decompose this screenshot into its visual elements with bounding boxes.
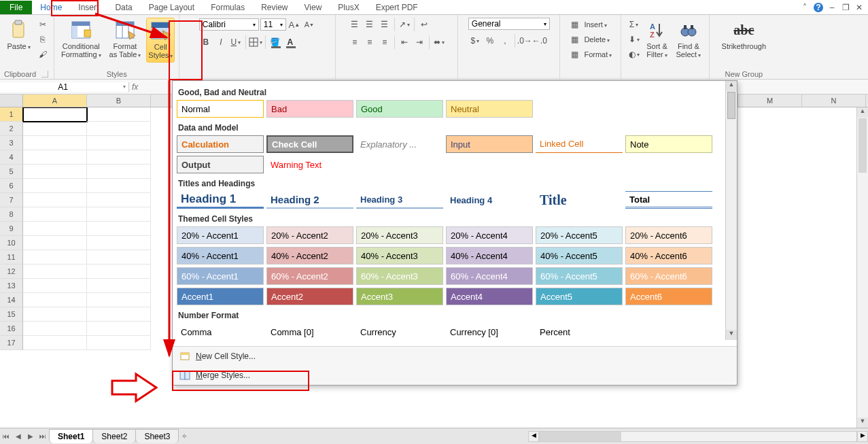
cell[interactable] (23, 322, 87, 336)
sort-filter-button[interactable]: AZ Sort & Filter (644, 18, 671, 61)
row-header-3[interactable]: 3 (0, 136, 23, 150)
insert-cells-icon[interactable]: ▦ (568, 18, 581, 31)
cell[interactable] (87, 107, 151, 122)
name-box[interactable]: ▾ (0, 82, 129, 92)
style-currency[interactable]: Currency (356, 323, 443, 341)
cell[interactable] (87, 122, 151, 136)
grow-font-icon[interactable]: A▲ (288, 18, 301, 31)
style-percent[interactable]: Percent (536, 323, 623, 341)
row-header-14[interactable]: 14 (0, 293, 23, 307)
style-neutral[interactable]: Neutral (446, 100, 533, 118)
style-60-accent3[interactable]: 60% - Accent3 (356, 267, 443, 285)
scroll-down-icon[interactable]: ▼ (857, 417, 868, 428)
bold-icon[interactable]: B (199, 35, 213, 49)
style-bad[interactable]: Bad (266, 100, 353, 118)
style-input[interactable]: Input (446, 135, 533, 153)
cell[interactable] (87, 293, 151, 307)
hscroll-thumb[interactable] (540, 432, 621, 441)
row-header-10[interactable]: 10 (0, 236, 23, 250)
cell[interactable] (23, 150, 87, 165)
style-60-accent5[interactable]: 60% - Accent5 (536, 267, 623, 285)
align-middle-icon[interactable]: ☰ (363, 18, 377, 31)
style-20-accent2[interactable]: 20% - Accent2 (266, 226, 353, 244)
cell[interactable] (23, 107, 87, 122)
strikethrough-button[interactable]: abc Strikethrough (719, 18, 769, 52)
style-calculation[interactable]: Calculation (177, 135, 264, 153)
tab-expertpdf[interactable]: Expert PDF (368, 1, 426, 14)
style-accent4[interactable]: Accent4 (446, 288, 533, 305)
style-check-cell[interactable]: Check Cell (266, 135, 353, 153)
tab-insert[interactable]: Insert (70, 1, 107, 14)
style-20-accent3[interactable]: 20% - Accent3 (356, 226, 443, 244)
sheet-nav-first-icon[interactable]: ⏮ (0, 432, 12, 440)
ribbon-minimize-icon[interactable]: ˄ (800, 3, 810, 12)
shrink-font-icon[interactable]: A▼ (302, 18, 316, 31)
tab-pagelayout[interactable]: Page Layout (141, 1, 203, 14)
fill-icon[interactable]: ⬇ (627, 33, 641, 46)
scroll-up-icon[interactable]: ▲ (857, 107, 868, 118)
italic-icon[interactable]: I (214, 35, 228, 49)
window-close-icon[interactable]: ✕ (854, 3, 864, 12)
gallery-scroll-down-icon[interactable]: ▼ (726, 330, 737, 340)
delete-cells-label[interactable]: Delete (583, 35, 611, 44)
cell[interactable] (23, 264, 87, 279)
merge-styles-item[interactable]: MMerge Styles...erge Styles... (173, 366, 737, 385)
cell[interactable] (87, 264, 151, 279)
style-20-accent4[interactable]: 20% - Accent4 (446, 226, 533, 244)
select-all-corner[interactable] (0, 95, 23, 107)
style-60-accent1[interactable]: 60% - Accent1 (177, 267, 264, 285)
borders-icon[interactable] (249, 35, 262, 49)
cell[interactable] (23, 193, 87, 207)
style-note[interactable]: Note (625, 135, 712, 153)
orientation-icon[interactable]: ↗ (398, 18, 411, 31)
row-header-5[interactable]: 5 (0, 165, 23, 179)
font-color-icon[interactable]: A (283, 35, 297, 49)
increase-decimal-icon[interactable]: .0→ (518, 34, 532, 48)
clear-icon[interactable]: ◐ (627, 48, 641, 61)
cell[interactable] (87, 279, 151, 293)
row-header-9[interactable]: 9 (0, 222, 23, 236)
style-total[interactable]: Total (625, 191, 712, 209)
cell[interactable] (87, 136, 151, 150)
font-name-combo[interactable]: Calibri▾ (199, 18, 259, 31)
cell[interactable] (23, 122, 87, 136)
cell[interactable] (23, 279, 87, 293)
percent-format-icon[interactable]: % (483, 34, 497, 48)
sheet-nav-prev-icon[interactable]: ◀ (12, 432, 24, 440)
cell[interactable] (87, 207, 151, 222)
cell[interactable] (87, 193, 151, 207)
style-output[interactable]: Output (177, 156, 264, 173)
number-format-combo[interactable]: General▾ (468, 18, 550, 30)
underline-icon[interactable]: U (229, 35, 243, 49)
style-comma[interactable]: Comma (177, 323, 264, 341)
style-20-accent6[interactable]: 20% - Accent6 (625, 226, 712, 244)
hscroll-right-icon[interactable]: ▶ (857, 431, 868, 442)
cell[interactable] (23, 293, 87, 307)
tab-file[interactable]: File (0, 1, 32, 14)
sheet-nav-last-icon[interactable]: ⏭ (37, 432, 49, 440)
cell[interactable] (87, 250, 151, 264)
style-20-accent5[interactable]: 20% - Accent5 (536, 226, 623, 244)
style-normal[interactable]: Normal (177, 100, 264, 118)
style-40-accent3[interactable]: 40% - Accent3 (356, 247, 443, 264)
style-40-accent5[interactable]: 40% - Accent5 (536, 247, 623, 264)
cell[interactable] (23, 179, 87, 193)
style-20-accent1[interactable]: 20% - Accent1 (177, 226, 264, 244)
style-linked-cell[interactable]: Linked Cell (536, 135, 623, 153)
style-heading2[interactable]: Heading 2 (266, 191, 353, 209)
fx-icon[interactable]: fx (132, 82, 138, 92)
col-header-m[interactable]: M (738, 95, 802, 107)
paste-button[interactable]: Paste (4, 18, 33, 53)
cell[interactable] (23, 336, 87, 350)
cell[interactable] (87, 236, 151, 250)
window-restore-icon[interactable]: ❐ (841, 3, 850, 12)
cell[interactable] (23, 165, 87, 179)
decrease-indent-icon[interactable]: ⇤ (398, 35, 411, 49)
format-cells-icon[interactable]: ▦ (568, 48, 581, 61)
align-center-icon[interactable]: ≡ (363, 35, 377, 49)
sheet-tab-3[interactable]: Sheet3 (135, 429, 179, 443)
row-header-7[interactable]: 7 (0, 193, 23, 207)
cell[interactable] (87, 222, 151, 236)
style-40-accent6[interactable]: 40% - Accent6 (625, 247, 712, 264)
style-accent3[interactable]: Accent3 (356, 288, 443, 305)
